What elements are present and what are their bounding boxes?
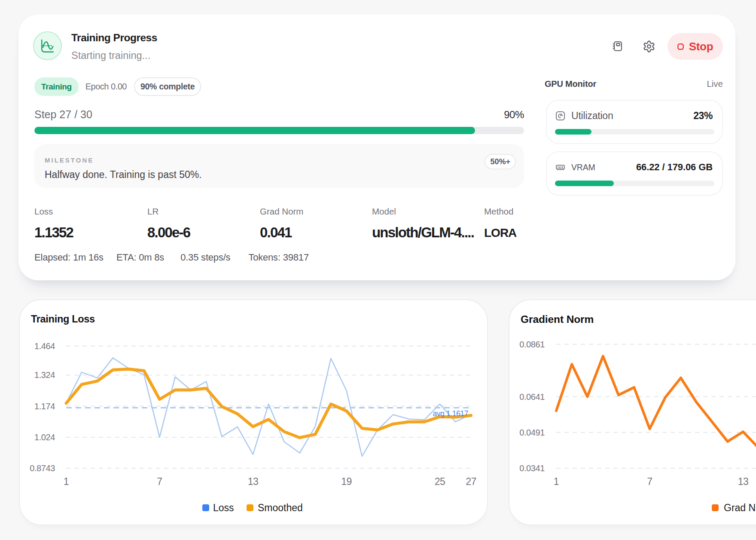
svg-text:1.024: 1.024 <box>34 433 55 442</box>
svg-text:0.0491: 0.0491 <box>519 428 545 437</box>
svg-text:0.0341: 0.0341 <box>519 463 545 473</box>
svg-text:Loss: Loss <box>213 502 234 513</box>
svg-text:1: 1 <box>64 476 69 487</box>
svg-text:25: 25 <box>435 476 445 487</box>
svg-text:1: 1 <box>554 476 559 487</box>
svg-text:0.0641: 0.0641 <box>519 392 545 402</box>
svg-text:1.324: 1.324 <box>34 370 55 380</box>
svg-text:Grad Norm: Grad Norm <box>724 502 756 513</box>
svg-text:13: 13 <box>738 476 749 487</box>
svg-text:0.0861: 0.0861 <box>519 340 545 349</box>
svg-text:1.174: 1.174 <box>34 402 55 411</box>
svg-text:19: 19 <box>341 476 352 487</box>
svg-text:avg 1.1617: avg 1.1617 <box>433 409 468 418</box>
svg-text:13: 13 <box>248 476 259 487</box>
svg-text:7: 7 <box>157 476 162 487</box>
svg-text:0.8743: 0.8743 <box>30 463 55 473</box>
svg-text:27: 27 <box>466 476 476 487</box>
svg-text:7: 7 <box>647 476 652 487</box>
svg-text:1.464: 1.464 <box>34 341 55 351</box>
svg-text:Smoothed: Smoothed <box>258 502 303 513</box>
